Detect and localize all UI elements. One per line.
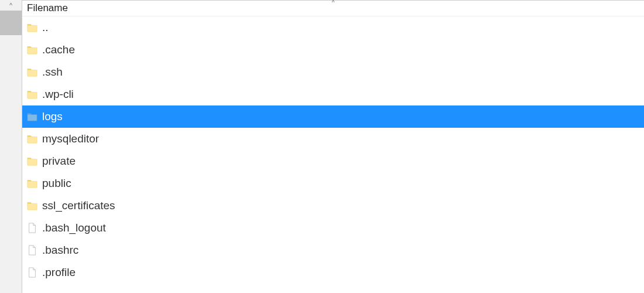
filename-label: private: [42, 155, 76, 168]
filename-label: .ssh: [42, 66, 63, 79]
filename-label: ssl_certificates: [42, 199, 115, 212]
filename-label: .profile: [42, 266, 76, 279]
folder-icon: [27, 156, 37, 166]
folder-icon: [27, 134, 37, 144]
file-icon: [27, 223, 37, 233]
list-item[interactable]: .wp-cli: [22, 83, 644, 105]
file-list-panel: Filename ^ .. .cache .ssh .wp-cli logs m…: [22, 0, 644, 293]
folder-icon: [27, 178, 37, 189]
file-icon: [27, 267, 37, 278]
scroll-up-arrow[interactable]: ^: [0, 0, 22, 11]
file-list: .. .cache .ssh .wp-cli logs mysqleditor …: [22, 16, 644, 293]
filename-label: .cache: [42, 43, 75, 56]
left-scrollbar[interactable]: ^: [0, 0, 22, 293]
list-item[interactable]: .ssh: [22, 61, 644, 83]
folder-icon: [27, 22, 37, 33]
folder-icon: [27, 67, 37, 77]
list-item[interactable]: logs: [22, 105, 644, 128]
folder-icon: [27, 45, 37, 55]
list-item[interactable]: .bash_logout: [22, 217, 644, 239]
filename-label: .bash_logout: [42, 222, 106, 234]
filename-label: .wp-cli: [42, 88, 74, 101]
folder-icon: [27, 89, 37, 100]
filename-label: ..: [42, 21, 49, 34]
filename-label: public: [42, 177, 71, 190]
filename-label: mysqleditor: [42, 132, 99, 145]
folder-icon: [27, 111, 37, 122]
list-item[interactable]: .bashrc: [22, 239, 644, 261]
list-item[interactable]: public: [22, 172, 644, 195]
filename-label: .bashrc: [42, 244, 78, 257]
column-header-filename: Filename: [27, 2, 68, 14]
list-item[interactable]: mysqleditor: [22, 128, 644, 150]
file-icon: [27, 245, 37, 255]
filename-label: logs: [42, 110, 63, 123]
folder-icon: [27, 200, 37, 211]
list-item[interactable]: .profile: [22, 261, 644, 284]
list-item[interactable]: ssl_certificates: [22, 195, 644, 217]
list-item[interactable]: ..: [22, 16, 644, 39]
sort-indicator-icon: ^: [332, 0, 335, 6]
scroll-thumb[interactable]: [0, 11, 22, 35]
list-item[interactable]: .cache: [22, 39, 644, 61]
column-header[interactable]: Filename ^: [22, 0, 644, 16]
list-item[interactable]: private: [22, 150, 644, 172]
scroll-track[interactable]: [0, 11, 22, 293]
